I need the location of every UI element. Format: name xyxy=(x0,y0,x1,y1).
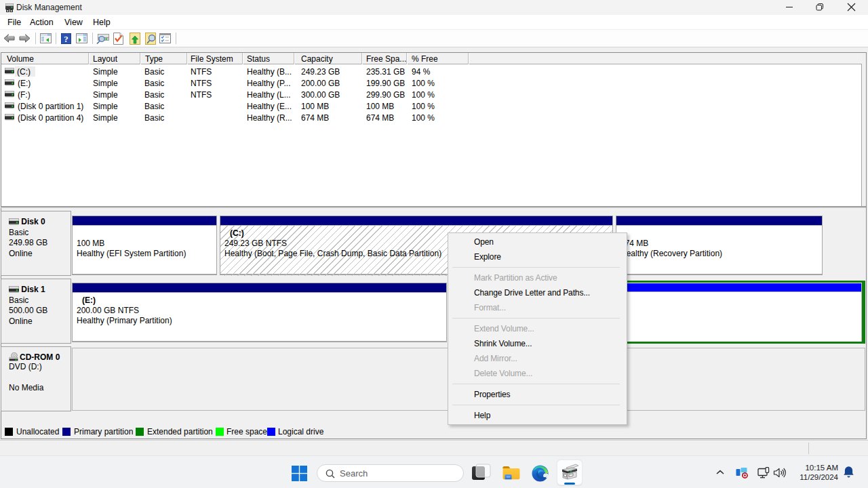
svg-text:?: ? xyxy=(64,34,68,44)
